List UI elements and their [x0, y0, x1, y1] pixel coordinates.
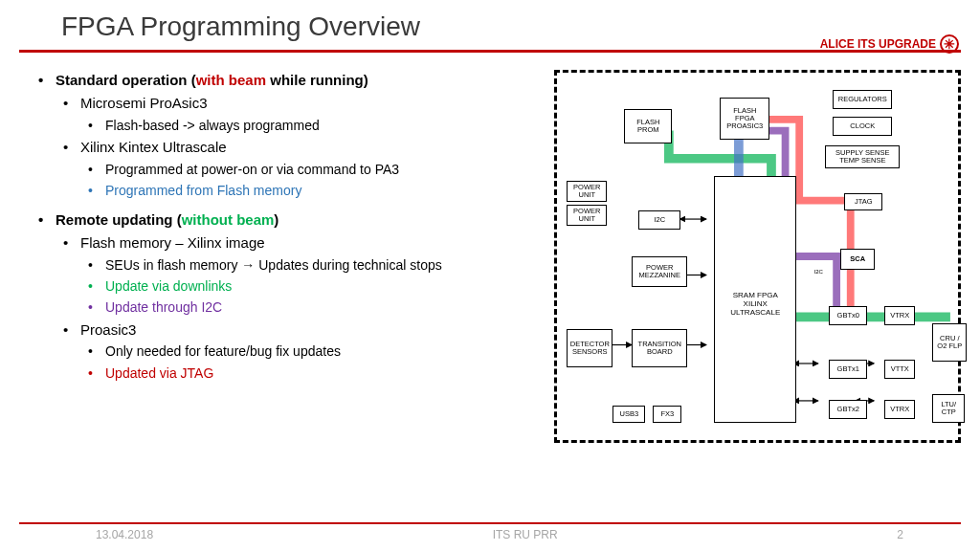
box-gbtx2: GBTx2	[829, 400, 867, 419]
box-jtag: JTAG	[844, 193, 882, 210]
box-vtrx2: VTRX	[884, 400, 915, 419]
label-i2c-small: I2C	[808, 266, 829, 277]
bullet-poweron: Programmed at power-on or via command to…	[88, 160, 548, 179]
box-vttx: VTTX	[884, 360, 915, 379]
box-ltu: LTU/ CTP	[932, 394, 965, 423]
footer-date: 13.04.2018	[96, 528, 153, 541]
box-clock: CLOCK	[833, 117, 892, 136]
footer-page: 2	[897, 528, 903, 541]
box-mezz: POWER MEZZANINE	[632, 256, 687, 287]
box-transition: TRANSITION BOARD	[632, 329, 687, 367]
box-fx3: FX3	[653, 406, 681, 423]
box-sram-fpga: SRAM FPGA XILINX ULTRASCALE	[714, 176, 796, 423]
box-i2c: I2C	[638, 210, 680, 230]
bullet-remote: Remote updating (without beam)	[38, 209, 548, 231]
box-sca: SCA	[840, 249, 875, 270]
bullet-flashbased: Flash-based -> always programmed	[88, 116, 548, 135]
box-flash-prom: FLASH PROM	[624, 109, 672, 143]
brand-icon: ✳	[940, 34, 959, 54]
box-flash-fpga: FLASH FPGA PROASIC3	[720, 98, 769, 140]
bullet-column: Standard operation (with beam while runn…	[38, 70, 548, 443]
box-power-unit-2: POWER UNIT	[567, 205, 607, 226]
box-power-unit-1: POWER UNIT	[567, 181, 607, 202]
bullet-fromflash: Programmed from Flash memory	[88, 181, 548, 200]
brand-label: ALICE ITS UPGRADE ✳	[820, 34, 959, 54]
box-detector: DETECTOR SENSORS	[567, 329, 612, 367]
box-gbtx1: GBTx1	[829, 360, 867, 379]
block-diagram: FLASH PROM FLASH FPGA PROASIC3 REGULATOR…	[554, 70, 961, 443]
box-sense: SUPPLY SENSE TEMP SENSE	[825, 145, 900, 168]
bullet-xilinx: Xilinx Kintex Ultrascale	[63, 137, 548, 158]
box-usb3: USB3	[612, 406, 645, 423]
bullet-std-op: Standard operation (with beam while runn…	[38, 70, 548, 91]
box-cru: CRU / O2 FLP	[932, 323, 967, 362]
footer: 13.04.2018 ITS RU PRR 2	[19, 522, 961, 541]
bullet-feature: Only needed for feature/bug fix updates	[88, 342, 548, 361]
footer-center: ITS RU PRR	[493, 528, 558, 541]
box-regulators: REGULATORS	[833, 90, 892, 109]
bullet-proasic: Proasic3	[63, 320, 548, 341]
bullet-downlinks: Update via downlinks	[88, 276, 548, 296]
brand-text: ALICE ITS UPGRADE	[820, 37, 936, 51]
box-gbtx0: GBTx0	[829, 306, 867, 325]
bullet-flashmem: Flash memory – Xilinx image	[63, 232, 548, 253]
bullet-jtag: Updated via JTAG	[88, 364, 548, 383]
bullet-microsemi: Microsemi ProAsic3	[63, 93, 548, 114]
box-vtrx0: VTRX	[884, 306, 915, 325]
bullet-i2c: Update through I2C	[88, 298, 548, 317]
bullet-seus: SEUs in flash memory → Updates during te…	[88, 255, 548, 275]
